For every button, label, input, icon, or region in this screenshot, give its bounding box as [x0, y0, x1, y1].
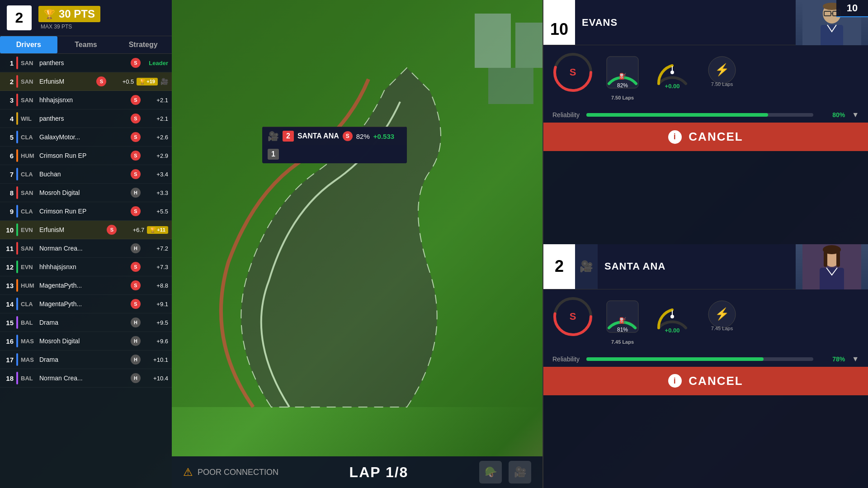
tab-teams[interactable]: Teams [57, 36, 115, 53]
entry-team-15: BAL [21, 319, 37, 326]
race-entry-5: 5 CLA GalaxyMotor... S +2.6 [0, 128, 172, 147]
entry-name-13: MagentaPyth... [39, 282, 128, 289]
driver2-card: 2 🎥 SANTA ANA [542, 244, 868, 488]
driver1-name-box: EVANS [575, 0, 796, 45]
svg-text:⛽: ⛽ [619, 317, 627, 324]
entry-bar-6 [16, 149, 18, 162]
entry-tire-11: H [131, 243, 141, 253]
entry-bar-12 [16, 261, 18, 273]
svg-rect-28 [820, 268, 844, 289]
entry-pos-18: 18 [4, 374, 14, 382]
camera-icon-btn[interactable]: 🎥 [509, 461, 531, 483]
entry-pos-12: 12 [4, 263, 14, 271]
driver2-ers: ⚡ 7.45 Laps [702, 296, 742, 345]
helmet-icon-btn[interactable]: 🪖 [479, 461, 502, 483]
cancel-button-1[interactable]: i CANCEL [543, 123, 868, 151]
entry-pos-5: 5 [4, 133, 14, 141]
svg-point-36 [670, 315, 674, 318]
entry-pos-1: 1 [4, 59, 14, 67]
overlay-car2-tire: S [343, 131, 353, 141]
svg-rect-27 [836, 251, 840, 267]
svg-text:81%: 81% [617, 327, 628, 333]
svg-text:7.50 Laps: 7.50 Laps [711, 81, 733, 87]
entry-name-5: GalaxyMotor... [39, 133, 128, 141]
bottom-bar: ⚠ POOR CONNECTION LAP 1/8 🪖 🎥 [172, 456, 542, 488]
entry-tire-12: S [131, 262, 141, 272]
entry-pos-15: 15 [4, 319, 14, 327]
race-entry-2: 2 SAN ErfunisM S +0.5 🏆+19🎥 [0, 72, 172, 91]
entry-gap-16: +9.6 [143, 338, 168, 345]
entry-pos-3: 3 [4, 96, 14, 104]
driver2-avatar-svg [802, 244, 861, 289]
reliability-dropdown-icon2[interactable]: ▼ [852, 355, 859, 363]
entry-team-8: SAN [21, 190, 37, 196]
connection-status: ⚠ POOR CONNECTION [183, 466, 278, 479]
entry-name-17: Drama [39, 356, 128, 363]
cancel-label-1: CANCEL [689, 130, 743, 144]
entry-gap-13: +8.8 [143, 282, 168, 289]
entry-bar-17 [16, 353, 18, 366]
driver2-avatar [796, 244, 868, 289]
svg-rect-2 [515, 23, 542, 68]
entry-gap-4: +2.1 [143, 115, 168, 122]
entry-bar-15 [16, 316, 18, 329]
entry-gap-11: +7.2 [143, 245, 168, 252]
reliability-bar-bg1 [586, 113, 813, 117]
driver2-position-badge: 2 [543, 244, 575, 289]
points-info: 🏆 30 PTS MAX 39 PTS [38, 6, 100, 30]
entry-team-14: CLA [21, 301, 37, 308]
entry-pos-9: 9 [4, 208, 14, 215]
camera-icon: 🎥 [268, 131, 279, 142]
camera-indicator-2: 🎥 [160, 78, 168, 85]
driver2-stats: S ⛽ 81% 7.45 Laps [543, 289, 868, 351]
entry-bar-8 [16, 186, 18, 199]
svg-text:82%: 82% [617, 82, 628, 89]
race-entry-16: 16 MAS Mosroh Digital H +9.6 [0, 332, 172, 351]
race-position-overlay: 🎥 2 SANTA ANA S 82% +0.533 1 [262, 127, 407, 163]
entry-gap-18: +10.4 [143, 375, 168, 382]
reliability-pct1: 80% [820, 111, 845, 118]
svg-text:⚡: ⚡ [715, 307, 730, 321]
tab-drivers[interactable]: Drivers [0, 36, 57, 53]
entry-pos-2: 2 [4, 78, 14, 85]
entry-bar-16 [16, 335, 18, 347]
driver2-delta: +0.00 [652, 296, 693, 345]
race-entry-4: 4 WIL panthers S +2.1 [0, 109, 172, 128]
entry-team-2: SAN [21, 78, 37, 85]
entry-tire-17: H [131, 355, 141, 365]
entry-name-4: panthers [39, 115, 128, 122]
race-entry-9: 9 CLA Crimson Run EP S +5.5 [0, 202, 172, 221]
entry-gap-14: +9.1 [143, 301, 168, 308]
race-entry-18: 18 BAL Norman Crea... H +10.4 [0, 369, 172, 388]
lap-counter: LAP 1/8 [349, 464, 409, 481]
driver2-camera-icon: 🎥 [575, 244, 598, 289]
points-value: 30 PTS [59, 8, 95, 20]
tab-strategy[interactable]: Strategy [114, 36, 172, 53]
entry-team-9: CLA [21, 208, 37, 215]
leaderboard-panel: 2 🏆 30 PTS MAX 39 PTS Drivers Teams Stra… [0, 0, 172, 488]
reliability-label1: Reliability [552, 111, 580, 118]
entry-tire-1: S [131, 58, 141, 68]
entry-name-3: hhhajsjsnxn [39, 96, 128, 104]
driver1-card: 10 10 EVANS [542, 0, 868, 244]
cancel-button-2[interactable]: i CANCEL [543, 367, 868, 395]
entry-team-5: CLA [21, 134, 37, 141]
overlay-car1-num: 1 [268, 149, 279, 160]
entry-tire-15: H [131, 317, 141, 327]
driver2-ers-svg: ⚡ 7.45 Laps [702, 296, 742, 337]
entry-name-8: Mosroh Digital [39, 189, 128, 196]
reliability-label2: Reliability [552, 355, 580, 363]
max-points: MAX 39 PTS [38, 24, 100, 30]
entry-pos-4: 4 [4, 115, 14, 123]
race-entry-17: 17 MAS Drama H +10.1 [0, 351, 172, 369]
entry-tire-2: S [96, 76, 106, 86]
entry-pos-13: 13 [4, 282, 14, 289]
entry-name-12: hhhhajsjsnxn [39, 263, 128, 270]
entry-gap-17: +10.1 [143, 356, 168, 363]
svg-text:S: S [570, 311, 576, 322]
reliability-dropdown-icon1[interactable]: ▼ [852, 111, 859, 119]
svg-text:+0.00: +0.00 [665, 327, 680, 334]
entry-name-6: Crimson Run EP [39, 152, 128, 159]
driver1-num-cam: 10 [836, 0, 868, 17]
cancel-i-icon-1: i [668, 130, 682, 144]
